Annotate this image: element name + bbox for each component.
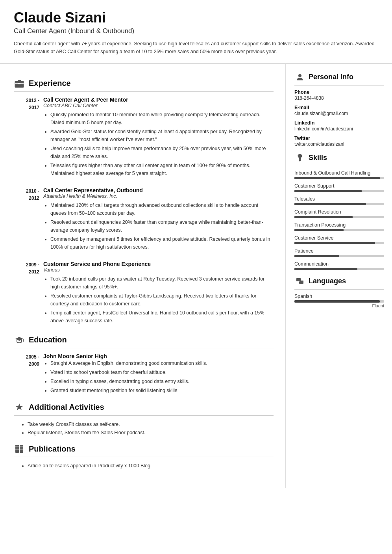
activity-0: Take weekly CrossFit classes as self-car… (28, 420, 274, 429)
exp-bullet-1-1: Awarded Gold-Star status for consistentl… (50, 128, 274, 143)
skill-bar-fill-7 (294, 268, 357, 270)
education-title: Education (29, 335, 67, 344)
edu-bullet-1-0: Straight A average in English, demonstra… (50, 359, 274, 367)
skill-item-2: Telesales (294, 196, 384, 205)
skill-item-1: Customer Support (294, 183, 384, 192)
email-value: claude.sizani@gmail.com (294, 111, 384, 116)
edu-bullet-1-2: Excelled in typing classes, demonstratin… (50, 377, 274, 385)
skill-item-6: Patience (294, 248, 384, 257)
email-label: E-mail (294, 105, 384, 110)
svg-rect-16 (299, 158, 301, 159)
resume-wrapper: Claude Sizani Call Center Agent (Inbound… (0, 0, 392, 488)
activities-list: Take weekly CrossFit classes as self-car… (14, 420, 274, 437)
skill-bar-fill-6 (294, 255, 339, 257)
phone-value: 318-264-4838 (294, 95, 384, 101)
personal-info-email: E-mail claude.sizani@gmail.com (294, 105, 384, 116)
skill-bar-bg-4 (294, 229, 384, 231)
personal-info-icon (294, 72, 305, 83)
svg-rect-19 (299, 281, 303, 284)
edu-bullets-1: Straight A average in English, demonstra… (43, 359, 274, 394)
skill-bar-fill-1 (294, 190, 362, 192)
main-body: Experience 2012 - 2017 Call Center Agent… (0, 64, 392, 489)
exp-dates-3: 2009 - 2012 (14, 261, 39, 326)
education-entry-1: 2005 - 2009 John Moore Senior High Strai… (14, 353, 274, 396)
publications-title: Publications (29, 444, 76, 454)
exp-bullet-3-1: Resolved customer complaints at Taylor-G… (50, 292, 274, 308)
skill-bar-bg-3 (294, 216, 384, 218)
lang-bar-bg-0 (294, 300, 384, 303)
publications-list: Article on telesales appeared in Product… (14, 462, 274, 470)
header: Claude Sizani Call Center Agent (Inbound… (0, 0, 392, 64)
right-column: Personal Info Phone 318-264-4838 E-mail … (286, 64, 392, 489)
svg-marker-6 (16, 403, 23, 410)
languages-list: Spanish Fluent (294, 294, 384, 308)
edu-content-1: John Moore Senior High Straight A averag… (43, 353, 274, 396)
exp-title-3: Customer Service and Phone Experience (43, 261, 274, 267)
exp-bullet-2-2: Commended by management 5 times for effi… (50, 235, 274, 251)
skills-title: Skills (309, 154, 327, 162)
activities-title: Additional Activities (29, 403, 104, 412)
exp-bullet-1-3: Telesales figures higher than any other … (50, 162, 274, 177)
skills-icon (294, 152, 305, 164)
languages-section-header: Languages (294, 276, 384, 290)
exp-dates-2: 2010 - 2012 (14, 187, 39, 252)
skill-name-5: Customer Service (294, 235, 384, 241)
svg-rect-7 (15, 445, 19, 453)
skill-name-4: Transaction Processing (294, 222, 384, 228)
exp-content-2: Call Center Representative, Outbound Att… (43, 187, 274, 252)
phone-label: Phone (294, 89, 384, 95)
exp-bullets-1: Quickly promoted to mentor 10-member tea… (43, 111, 274, 177)
skill-bar-fill-2 (294, 203, 366, 205)
skill-bar-bg-5 (294, 242, 384, 244)
publication-0: Article on telesales appeared in Product… (28, 462, 274, 470)
skills-section-header: Skills (294, 152, 384, 166)
skill-bar-bg-2 (294, 203, 384, 205)
lang-level-0: Fluent (294, 303, 384, 308)
skill-name-3: Complaint Resolution (294, 209, 384, 215)
skill-name-6: Patience (294, 248, 384, 254)
lang-bar-fill-0 (294, 300, 380, 303)
candidate-title: Call Center Agent (Inbound & Outbound) (14, 27, 378, 35)
skill-item-4: Transaction Processing (294, 222, 384, 231)
exp-dates-1: 2012 - 2017 (14, 97, 39, 178)
activity-1: Regular listener, Stories from the Sales… (28, 429, 274, 437)
exp-title-2: Call Center Representative, Outbound (43, 187, 274, 193)
education-section-header: Education (14, 335, 274, 348)
experience-entry-1: 2012 - 2017 Call Center Agent & Peer Men… (14, 97, 274, 178)
personal-info-linkedin: LinkedIn linkedin.com/in/claudesizani (294, 120, 384, 132)
experience-entry-2: 2010 - 2012 Call Center Representative, … (14, 187, 274, 252)
lang-name-0: Spanish (294, 294, 384, 299)
left-column: Experience 2012 - 2017 Call Center Agent… (0, 64, 286, 489)
linkedin-value: linkedin.com/in/claudesizani (294, 126, 384, 132)
exp-bullet-1-2: Used coaching skills to help improve tea… (50, 145, 274, 160)
skill-name-2: Telesales (294, 196, 384, 202)
edu-school-1: John Moore Senior High (43, 353, 274, 359)
edu-bullet-1-1: Voted into school yearbook team for chee… (50, 368, 274, 376)
skill-item-3: Complaint Resolution (294, 209, 384, 218)
skill-bar-fill-0 (294, 177, 380, 179)
edu-bullet-1-3: Granted student mentoring position for s… (50, 387, 274, 394)
svg-rect-4 (18, 83, 20, 84)
languages-icon (294, 276, 305, 287)
exp-bullet-3-2: Temp call center agent, FastCollect Univ… (50, 309, 274, 325)
experience-entry-3: 2009 - 2012 Customer Service and Phone E… (14, 261, 274, 326)
lang-item-0: Spanish Fluent (294, 294, 384, 308)
skill-bar-fill-4 (294, 229, 344, 231)
exp-bullet-1-0: Quickly promoted to mentor 10-member tea… (50, 111, 274, 126)
skill-item-0: Inbound & Outbound Call Handling (294, 170, 384, 179)
skill-item-5: Customer Service (294, 235, 384, 244)
exp-company-3: Various (43, 267, 274, 273)
exp-company-2: Attainable Health & Wellness, Inc. (43, 193, 274, 199)
candidate-name: Claude Sizani (14, 10, 378, 26)
languages-title: Languages (309, 277, 346, 285)
exp-bullet-3-0: Took 20 inbound calls per day as waiter … (50, 275, 274, 291)
personal-info-title: Personal Info (309, 73, 353, 81)
exp-title-1: Call Center Agent & Peer Mentor (43, 97, 274, 103)
candidate-summary: Cheerful call center agent with 7+ years… (14, 40, 378, 56)
exp-bullet-2-0: Maintained 120% of call targets through … (50, 201, 274, 217)
twitter-label: Twitter (294, 136, 384, 141)
skill-name-1: Customer Support (294, 183, 384, 189)
experience-icon (14, 78, 25, 89)
publications-icon (14, 443, 25, 454)
skill-bar-bg-0 (294, 177, 384, 179)
